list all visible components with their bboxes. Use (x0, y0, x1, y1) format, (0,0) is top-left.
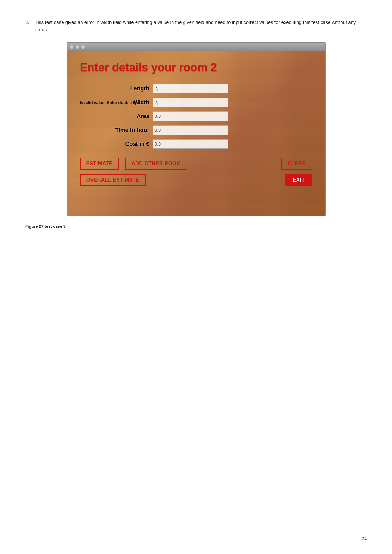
overall-estimate-button[interactable]: OVERALL ESTIMATE (80, 174, 146, 186)
buttons-row-1: ESTIMATE ADD OTHER ROOM CLEAR (80, 158, 312, 170)
cost-input[interactable] (153, 139, 228, 149)
buttons-row-2: OVERALL ESTIMATE EXIT (80, 174, 312, 186)
app-title: Enter details your room 2 (80, 61, 312, 74)
titlebar (67, 43, 325, 51)
width-row: Invalid value, Enter double type Width (80, 98, 312, 107)
area-row: Area (80, 111, 312, 121)
page-number: 34 (362, 536, 367, 541)
intro-text: This test case gives an error in width f… (35, 20, 356, 32)
length-input[interactable] (153, 84, 228, 93)
width-input[interactable] (153, 98, 228, 107)
exit-button[interactable]: EXIT (285, 174, 312, 186)
intro-number: 3. (25, 19, 29, 26)
form-section: Length Invalid value, Enter double type … (80, 84, 312, 149)
intro-paragraph: 3. This test case gives an error in widt… (25, 19, 367, 33)
cost-row: Cost in € (80, 139, 312, 149)
figure-caption: Figure 27 test case 3 (25, 224, 367, 229)
cost-label: Cost in € (80, 141, 149, 148)
time-row: Time in hour (80, 125, 312, 135)
estimate-button[interactable]: ESTIMATE (80, 158, 119, 170)
add-other-room-button[interactable]: ADD OTHER ROOM (125, 158, 187, 170)
time-label: Time in hour (80, 127, 149, 134)
titlebar-min (75, 45, 79, 49)
app-window: Enter details your room 2 Length Invalid… (67, 42, 326, 216)
app-body: Enter details your room 2 Length Invalid… (67, 51, 325, 216)
length-row: Length (80, 84, 312, 93)
time-input[interactable] (153, 125, 228, 135)
length-label: Length (80, 85, 149, 92)
area-input[interactable] (153, 111, 228, 121)
clear-button[interactable]: CLEAR (281, 158, 312, 170)
page-content: 3. This test case gives an error in widt… (0, 0, 392, 248)
titlebar-close (70, 45, 74, 49)
width-error-label: Invalid value, Enter double type (80, 100, 142, 105)
titlebar-max (81, 45, 85, 49)
area-label: Area (80, 113, 149, 120)
